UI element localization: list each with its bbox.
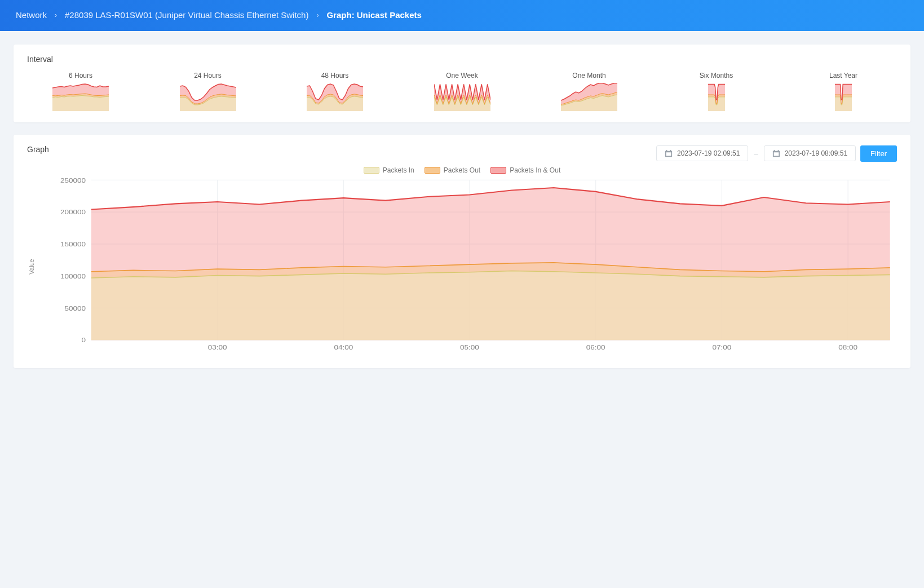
breadcrumb: Network › #28039 LAS-R01SW01 (Juniper Vi… — [0, 0, 924, 31]
interval-title: Interval — [27, 55, 897, 64]
date-range-separator: – — [753, 149, 759, 158]
y-axis-label: Value — [28, 259, 35, 274]
date-from-value: 2023-07-19 02:09:51 — [677, 149, 740, 157]
interval-label: Six Months — [686, 72, 748, 79]
svg-text:0: 0 — [82, 337, 86, 344]
svg-text:05:00: 05:00 — [460, 344, 479, 351]
svg-text:06:00: 06:00 — [586, 344, 605, 351]
calendar-icon — [772, 149, 780, 157]
interval-label: 48 Hours — [304, 72, 366, 79]
breadcrumb-current: Graph: Unicast Packets — [326, 10, 421, 20]
chevron-right-icon: › — [316, 11, 319, 19]
graph-title: Graph — [27, 145, 49, 154]
chevron-right-icon: › — [55, 11, 57, 19]
date-to-value: 2023-07-19 08:09:51 — [785, 149, 847, 157]
filter-button[interactable]: Filter — [860, 145, 897, 162]
svg-text:07:00: 07:00 — [712, 344, 731, 351]
chart-legend: Packets In Packets Out Packets In & Out — [27, 166, 897, 174]
svg-text:150000: 150000 — [60, 241, 86, 248]
date-controls: 2023-07-19 02:09:51 – 2023-07-19 08:09:5… — [656, 145, 897, 162]
date-to-picker[interactable]: 2023-07-19 08:09:51 — [764, 145, 856, 161]
interval-option-48h[interactable]: 48 Hours — [304, 72, 366, 111]
date-from-picker[interactable]: 2023-07-19 02:09:51 — [656, 145, 748, 161]
interval-label: One Week — [431, 72, 493, 79]
interval-option-1m[interactable]: One Month — [558, 72, 620, 111]
interval-option-1w[interactable]: One Week — [431, 72, 493, 111]
svg-text:08:00: 08:00 — [838, 344, 857, 351]
legend-packets-in[interactable]: Packets In — [364, 166, 414, 174]
interval-label: 24 Hours — [177, 72, 239, 79]
interval-option-24h[interactable]: 24 Hours — [177, 72, 239, 111]
legend-packets-both[interactable]: Packets In & Out — [490, 166, 560, 174]
main-chart[interactable]: 05000010000015000020000025000003:0004:00… — [50, 176, 897, 357]
svg-text:200000: 200000 — [60, 209, 86, 216]
breadcrumb-device-link[interactable]: #28039 LAS-R01SW01 (Juniper Virtual Chas… — [65, 10, 308, 20]
interval-option-1y[interactable]: Last Year — [812, 72, 874, 111]
graph-card: Graph 2023-07-19 02:09:51 – 2023-07-19 0… — [14, 135, 910, 368]
interval-label: 6 Hours — [50, 72, 112, 79]
svg-text:04:00: 04:00 — [334, 344, 353, 351]
svg-text:250000: 250000 — [60, 176, 86, 184]
svg-text:100000: 100000 — [60, 273, 86, 280]
breadcrumb-network-link[interactable]: Network — [16, 10, 47, 20]
interval-option-6h[interactable]: 6 Hours — [50, 72, 112, 111]
calendar-icon — [665, 149, 673, 157]
svg-text:03:00: 03:00 — [208, 344, 227, 351]
interval-label: One Month — [558, 72, 620, 79]
svg-text:50000: 50000 — [64, 304, 86, 312]
interval-option-6m[interactable]: Six Months — [686, 72, 748, 111]
interval-label: Last Year — [812, 72, 874, 79]
interval-card: Interval 6 Hours 24 Hours 48 Hours One W… — [14, 45, 910, 122]
legend-packets-out[interactable]: Packets Out — [425, 166, 480, 174]
